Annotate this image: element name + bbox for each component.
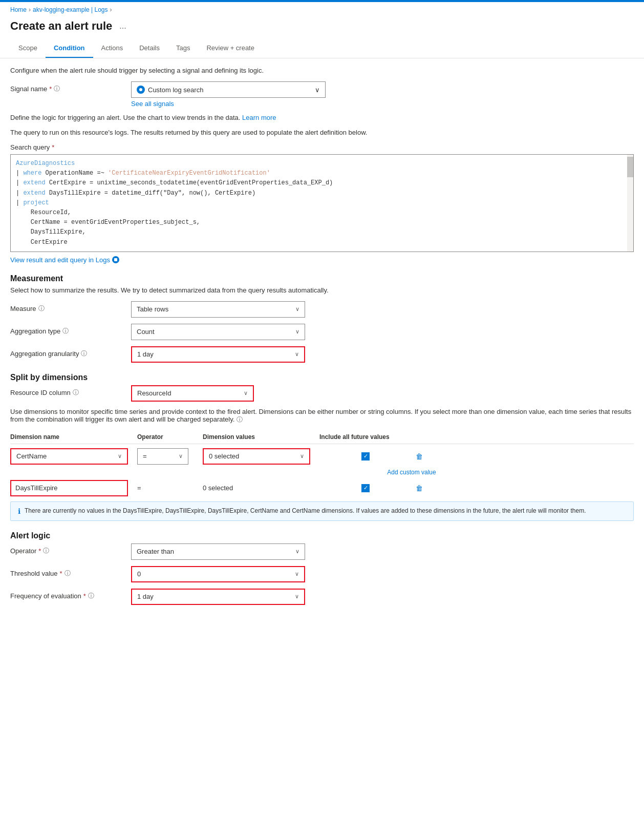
dim-values-2: 0 selected <box>203 484 315 492</box>
signal-name-value: Custom log search <box>148 86 203 94</box>
aggregation-granularity-info-icon[interactable]: ⓘ <box>81 349 87 358</box>
ellipsis-button[interactable]: ... <box>116 20 129 32</box>
tab-review-create[interactable]: Review + create <box>198 39 263 58</box>
threshold-value-row: Threshold value * ⓘ 0 ∨ <box>10 566 634 582</box>
aggregation-type-control: Count ∨ <box>131 324 305 340</box>
dimensions-table: Dimension name Operator Dimension values… <box>10 430 634 496</box>
tab-tags[interactable]: Tags <box>168 39 198 58</box>
aggregation-granularity-label: Aggregation granularity ⓘ <box>10 346 123 358</box>
tab-scope[interactable]: Scope <box>10 39 46 58</box>
dim-include-all-1-checkbox[interactable] <box>361 452 370 461</box>
dim-operator-1: = ∨ <box>137 448 199 465</box>
tab-details[interactable]: Details <box>131 39 168 58</box>
query-line-9: CertExpire <box>16 238 628 247</box>
svg-rect-1 <box>114 258 117 261</box>
query-editor[interactable]: AzureDiagnostics | where OperationName =… <box>10 154 634 252</box>
dim-name-1-select[interactable]: CertName ∨ <box>10 448 128 465</box>
learn-more-link[interactable]: Learn more <box>242 114 276 121</box>
dim-desc-info-icon[interactable]: ⓘ <box>237 416 243 423</box>
signal-name-select[interactable]: Custom log search ∨ <box>131 81 326 98</box>
see-all-signals-link[interactable]: See all signals <box>131 100 326 108</box>
nav-tabs: Scope Condition Actions Details Tags Rev… <box>0 39 644 58</box>
breadcrumb: Home › akv-logging-example | Logs › <box>0 2 644 17</box>
aggregation-granularity-select[interactable]: 1 day ∨ <box>131 346 305 363</box>
resource-id-info-icon[interactable]: ⓘ <box>73 388 79 397</box>
signal-name-label: Signal name * ⓘ <box>10 81 123 93</box>
breadcrumb-sep-1: › <box>29 6 31 13</box>
aggregation-type-chevron: ∨ <box>295 328 299 335</box>
threshold-value-input[interactable]: 0 ∨ <box>131 566 305 582</box>
dim-values-1: 0 selected ∨ <box>203 448 315 465</box>
signal-name-info-icon[interactable]: ⓘ <box>54 85 60 93</box>
threshold-value-label: Threshold value * ⓘ <box>10 566 123 578</box>
dim-operator-1-chevron: ∨ <box>179 453 183 459</box>
add-custom-value-link-1[interactable]: Add custom value <box>189 469 634 476</box>
dimension-row-2: DaysTillExpire = 0 selected 🗑 <box>10 480 634 496</box>
dim-name-2-cell: DaysTillExpire <box>10 480 133 496</box>
frequency-chevron: ∨ <box>295 593 299 600</box>
page-header: Create an alert rule ... <box>0 17 644 39</box>
condition-description: Configure when the alert rule should tri… <box>10 67 634 74</box>
dim-values-1-chevron: ∨ <box>300 453 304 459</box>
search-query-label: Search query * <box>10 143 634 151</box>
measure-row: Measure ⓘ Table rows ∨ <box>10 301 634 318</box>
aggregation-granularity-row: Aggregation granularity ⓘ 1 day ∨ <box>10 346 634 363</box>
signal-icon <box>137 86 145 94</box>
split-by-dimensions-section: Split by dimensions Resource ID column ⓘ… <box>10 373 634 521</box>
dim-include-all-2-checkbox[interactable] <box>361 484 370 492</box>
operator-control: Greater than ∨ <box>131 543 305 560</box>
frequency-control: 1 day ∨ <box>131 589 305 605</box>
query-scrollbar[interactable] <box>627 155 633 252</box>
threshold-info-icon[interactable]: ⓘ <box>65 569 71 578</box>
dim-delete-2-icon[interactable]: 🗑 <box>416 484 423 492</box>
measurement-title: Measurement <box>10 274 634 283</box>
aggregation-type-label: Aggregation type ⓘ <box>10 324 123 336</box>
aggregation-granularity-control: 1 day ∨ <box>131 346 305 363</box>
add-custom-value-row-1: Add custom value <box>189 469 634 476</box>
frequency-required: * <box>83 592 86 600</box>
query-line-4: | extend DaysTillExpire = datetime_diff(… <box>16 189 628 198</box>
dim-header-operator: Operator <box>137 433 199 441</box>
dim-header-actions <box>416 433 436 441</box>
dim-values-1-select[interactable]: 0 selected ∨ <box>203 448 310 465</box>
query-line-6: ResourceId, <box>16 208 628 218</box>
operator-info-icon[interactable]: ⓘ <box>43 547 49 555</box>
measure-info-icon[interactable]: ⓘ <box>38 304 45 313</box>
resource-id-label: Resource ID column ⓘ <box>10 385 123 397</box>
view-result-link[interactable]: View result and edit query in Logs <box>10 256 634 264</box>
dimension-row-1: CertName ∨ = ∨ 0 selected ∨ <box>10 448 634 465</box>
alert-logic-section: Alert logic Operator * ⓘ Greater than ∨ … <box>10 531 634 605</box>
tab-condition[interactable]: Condition <box>46 39 93 58</box>
info-box-icon: ℹ <box>18 507 20 515</box>
query-line-8: DaysTillExpire, <box>16 227 628 237</box>
frequency-row: Frequency of evaluation * ⓘ 1 day ∨ <box>10 589 634 605</box>
dim-include-1 <box>319 452 412 461</box>
info-box: ℹ There are currently no values in the D… <box>10 501 634 521</box>
frequency-select[interactable]: 1 day ∨ <box>131 589 305 605</box>
query-line-3: | extend CertExpire = unixtime_seconds_t… <box>16 178 628 188</box>
tab-actions[interactable]: Actions <box>93 39 132 58</box>
query-line-2: | where OperationName =~ 'CertificateNea… <box>16 169 628 178</box>
query-line-7: CertName = eventGridEventProperties_subj… <box>16 218 628 227</box>
aggregation-type-row: Aggregation type ⓘ Count ∨ <box>10 324 634 340</box>
dim-include-2 <box>319 484 412 492</box>
aggregation-type-select[interactable]: Count ∨ <box>131 324 305 340</box>
operator-select[interactable]: Greater than ∨ <box>131 543 305 560</box>
main-content: Configure when the alert rule should tri… <box>0 58 644 619</box>
dim-header-name: Dimension name <box>10 433 133 441</box>
breadcrumb-home[interactable]: Home <box>10 6 27 13</box>
search-query-section: Search query * AzureDiagnostics | where … <box>10 143 634 264</box>
dim-delete-1-icon[interactable]: 🗑 <box>416 452 423 461</box>
frequency-info-icon[interactable]: ⓘ <box>88 592 94 600</box>
dim-operator-1-select[interactable]: = ∨ <box>137 448 188 465</box>
operator-label: Operator * ⓘ <box>10 543 123 555</box>
frequency-label: Frequency of evaluation * ⓘ <box>10 589 123 600</box>
page-title: Create an alert rule <box>10 19 112 33</box>
resource-id-select[interactable]: ResourceId ∨ <box>131 385 254 402</box>
measure-select[interactable]: Table rows ∨ <box>131 301 305 318</box>
dim-name-2-input[interactable]: DaysTillExpire <box>10 480 128 496</box>
signal-name-row: Signal name * ⓘ Custom log search ∨ See … <box>10 81 634 108</box>
aggregation-type-info-icon[interactable]: ⓘ <box>62 327 69 336</box>
breadcrumb-logs[interactable]: akv-logging-example | Logs <box>33 6 108 13</box>
resource-id-row: Resource ID column ⓘ ResourceId ∨ <box>10 385 634 402</box>
